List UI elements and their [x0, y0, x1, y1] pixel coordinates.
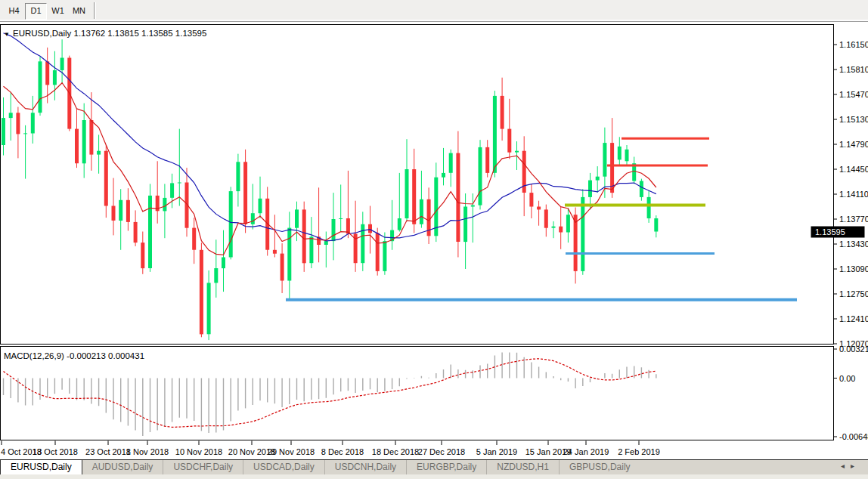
- chart-tab-usdchf-daily[interactable]: USDCHF,Daily: [163, 460, 243, 474]
- mt4-window: H4D1W1MN 1.161501.158101.154701.151301.1…: [0, 0, 868, 479]
- date-tick-label: 10 Nov 2018: [175, 447, 222, 456]
- macd-tick-label: 0.00: [839, 374, 855, 383]
- date-axis[interactable]: 4 Oct 201813 Oct 201823 Oct 20181 Nov 20…: [1, 441, 660, 456]
- window-bottom-strip: [0, 474, 868, 479]
- macd-panel-frame: [1, 347, 834, 440]
- tab-scroll-right-icon[interactable]: ▸: [851, 462, 860, 470]
- chart-header-ohlc: EURUSD,Daily 1.13762 1.13815 1.13585 1.1…: [13, 29, 206, 38]
- ma-fast-line: [4, 83, 656, 255]
- date-tick-label: 1 Nov 2018: [126, 447, 169, 456]
- price-tick-label: 1.14110: [839, 190, 868, 199]
- symbol-dropdown-icon[interactable]: ▼: [4, 31, 10, 38]
- price-chart-canvas[interactable]: 1.161501.158101.154701.151301.147901.144…: [0, 22, 868, 459]
- candles-layer: [2, 33, 797, 340]
- date-tick-label: 24 Jan 2019: [563, 447, 609, 456]
- macd-layer: [4, 352, 656, 436]
- toolbar-separator: [94, 2, 96, 19]
- price-tick-label: 1.13770: [839, 215, 868, 224]
- date-tick-label: 8 Dec 2018: [321, 447, 364, 456]
- price-tick-label: 1.13090: [839, 264, 868, 273]
- price-tick-label: 1.16150: [839, 40, 868, 49]
- date-tick-label: 23 Oct 2018: [85, 447, 131, 456]
- timeframe-toolbar: H4D1W1MN: [0, 0, 868, 22]
- date-tick-label: 2 Feb 2019: [618, 447, 660, 456]
- macd-tick-label: 0.003216: [839, 345, 868, 354]
- timeframe-button-mn[interactable]: MN: [69, 3, 89, 18]
- price-tick-label: 1.14450: [839, 165, 868, 174]
- chart-tab-usdcnh-daily[interactable]: USDCNH,Daily: [324, 460, 406, 474]
- price-tick-label: 1.12410: [839, 314, 868, 323]
- chart-tab-eurgbp-daily[interactable]: EURGBP,Daily: [406, 460, 486, 474]
- date-tick-label: 13 Oct 2018: [33, 447, 78, 456]
- price-tick-label: 1.15810: [839, 65, 868, 74]
- chart-tab-usdcad-daily[interactable]: USDCAD,Daily: [243, 460, 324, 474]
- ma-slow-line: [4, 33, 656, 241]
- price-tick-label: 1.15470: [839, 90, 868, 99]
- price-tick-label: 1.14790: [839, 140, 868, 149]
- price-axis[interactable]: 1.161501.158101.154701.151301.147901.144…: [811, 40, 868, 441]
- tab-scroll-arrows[interactable]: ◂▸: [841, 462, 860, 470]
- chart-tab-eurusd-daily[interactable]: EURUSD,Daily: [0, 460, 82, 475]
- chart-tabs-bar: EURUSD,DailyAUDUSD,DailyUSDCHF,DailyUSDC…: [0, 459, 868, 475]
- macd-signal-line: [4, 359, 656, 428]
- macd-tick-label: -0.006485: [839, 432, 868, 441]
- timeframe-button-d1[interactable]: D1: [25, 3, 47, 20]
- chart-tab-audusd-daily[interactable]: AUDUSD,Daily: [82, 460, 163, 474]
- date-tick-label: 27 Dec 2018: [418, 447, 465, 456]
- chart-tab-gbpusd-daily[interactable]: GBPUSD,Daily: [559, 460, 640, 474]
- date-tick-label: 5 Jan 2019: [476, 447, 517, 456]
- timeframe-button-h4[interactable]: H4: [4, 3, 24, 18]
- date-tick-label: 29 Nov 2018: [268, 447, 315, 456]
- chart-tab-nzdusd-h1[interactable]: NZDUSD,H1: [486, 460, 559, 474]
- price-tick-label: 1.15130: [839, 115, 868, 124]
- price-tick-label: 1.12750: [839, 289, 868, 298]
- macd-indicator-label: MACD(12,26,9) -0.000213 0.000431: [4, 351, 144, 360]
- timeframe-button-w1[interactable]: W1: [48, 3, 68, 18]
- price-tick-label: 1.13430: [839, 240, 868, 249]
- main-panel-frame: [1, 25, 834, 345]
- current-price-tag-label: 1.13595: [815, 227, 845, 236]
- tab-scroll-left-icon[interactable]: ◂: [841, 462, 851, 470]
- date-tick-label: 18 Dec 2018: [372, 447, 419, 456]
